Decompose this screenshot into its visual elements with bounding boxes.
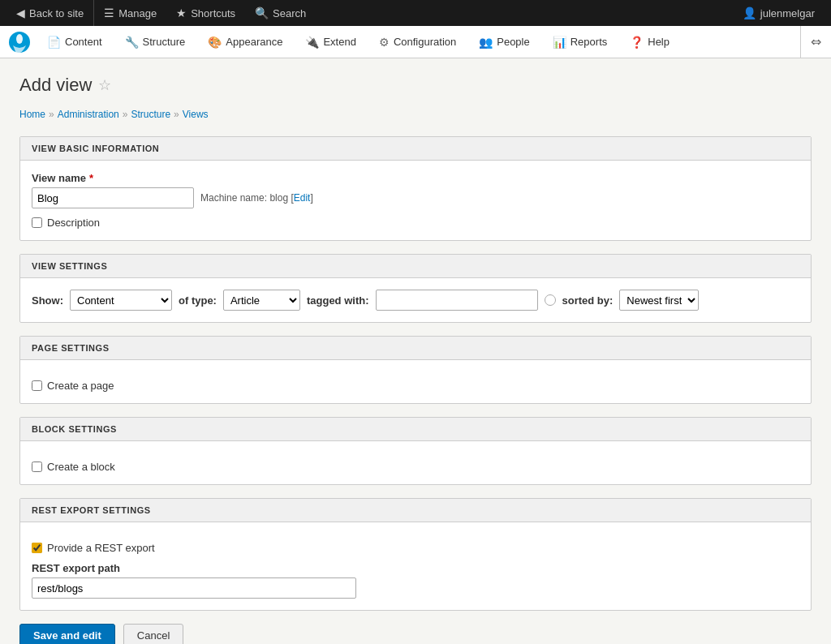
back-icon: ◀ <box>16 6 25 19</box>
view-settings-body: Show: Content Taxonomy terms Users Comme… <box>20 278 811 322</box>
back-to-site-button[interactable]: ◀ Back to site <box>6 0 94 26</box>
search-button[interactable]: 🔍 Search <box>245 0 316 26</box>
create-page-label[interactable]: Create a page <box>47 380 114 392</box>
breadcrumb-administration[interactable]: Administration <box>58 109 119 120</box>
appearance-icon: 🎨 <box>208 36 222 49</box>
description-label[interactable]: Description <box>47 217 100 229</box>
breadcrumb-sep-2: » <box>123 109 128 120</box>
description-checkbox[interactable] <box>32 217 42 228</box>
of-type-label: of type: <box>179 294 217 307</box>
shortcuts-button[interactable]: ★ Shortcuts <box>166 0 245 26</box>
nav-items: 📄 Content 🔧 Structure 🎨 Appearance 🔌 Ext… <box>36 26 800 58</box>
description-checkbox-row: Description <box>32 217 799 229</box>
content-icon: 📄 <box>47 36 61 49</box>
page-settings-section: PAGE SETTINGS Create a page <box>19 336 812 404</box>
machine-name-edit-link[interactable]: Edit <box>294 192 311 204</box>
create-page-row: Create a page <box>32 380 799 392</box>
sorted-by-select[interactable]: Newest first Oldest first Title Author <box>619 290 699 311</box>
machine-name-display: Machine name: blog [Edit] <box>200 192 313 204</box>
block-settings-header: BLOCK SETTINGS <box>20 418 811 441</box>
main-nav: 📄 Content 🔧 Structure 🎨 Appearance 🔌 Ext… <box>0 26 831 58</box>
nav-structure[interactable]: 🔧 Structure <box>114 26 197 58</box>
tagged-with-input[interactable] <box>376 290 538 311</box>
tagged-with-label: tagged with: <box>307 294 369 307</box>
tagged-radio[interactable] <box>545 294 556 306</box>
search-icon: 🔍 <box>255 6 269 19</box>
create-block-row: Create a block <box>32 461 799 473</box>
manage-button[interactable]: ☰ Manage <box>94 0 166 26</box>
page-content: Add view ☆ Home » Administration » Struc… <box>0 58 831 644</box>
of-type-select[interactable]: Article Basic page All <box>223 290 300 311</box>
svg-point-1 <box>16 34 23 44</box>
nav-reports[interactable]: 📊 Reports <box>541 26 619 58</box>
create-page-checkbox[interactable] <box>32 380 42 391</box>
bookmark-icon[interactable]: ☆ <box>98 76 111 94</box>
view-name-label: View name * <box>32 172 799 184</box>
people-icon: 👥 <box>479 36 493 49</box>
create-block-checkbox[interactable] <box>32 462 42 472</box>
breadcrumb-sep-3: » <box>174 109 179 120</box>
page-settings-header: PAGE SETTINGS <box>20 337 811 360</box>
show-select[interactable]: Content Taxonomy terms Users Comments <box>70 290 172 311</box>
sorted-by-label: sorted by: <box>562 294 614 307</box>
view-name-row: Machine name: blog [Edit] <box>32 187 799 208</box>
nav-appearance[interactable]: 🎨 Appearance <box>196 26 294 58</box>
help-icon: ❓ <box>630 36 644 49</box>
rest-path-input[interactable] <box>32 577 356 599</box>
nav-help[interactable]: ❓ Help <box>618 26 681 58</box>
show-label: Show: <box>32 294 63 307</box>
menu-icon: ☰ <box>104 6 114 19</box>
user-menu[interactable]: 👤 julenmelgar <box>733 0 825 26</box>
nav-extend[interactable]: 🔌 Extend <box>294 26 367 58</box>
required-star: * <box>89 172 93 184</box>
reports-icon: 📊 <box>553 36 566 49</box>
block-settings-section: BLOCK SETTINGS Create a block <box>19 417 812 485</box>
create-block-label[interactable]: Create a block <box>47 461 115 473</box>
cancel-button[interactable]: Cancel <box>123 624 183 644</box>
rest-export-body: Provide a REST export REST export path <box>20 522 811 610</box>
breadcrumb-views[interactable]: Views <box>183 109 209 120</box>
extend-icon: 🔌 <box>305 36 319 49</box>
admin-bar: ◀ Back to site ☰ Manage ★ Shortcuts 🔍 Se… <box>0 0 831 26</box>
rest-export-section: REST EXPORT SETTINGS Provide a REST expo… <box>19 498 812 611</box>
view-basic-info-section: VIEW BASIC INFORMATION View name * Machi… <box>19 136 812 241</box>
breadcrumb: Home » Administration » Structure » View… <box>19 109 812 120</box>
provide-rest-label[interactable]: Provide a REST export <box>47 542 155 554</box>
view-basic-info-header: VIEW BASIC INFORMATION <box>20 137 811 161</box>
view-settings-row: Show: Content Taxonomy terms Users Comme… <box>32 290 799 311</box>
provide-rest-row: Provide a REST export <box>32 542 799 554</box>
view-settings-header: VIEW SETTINGS <box>20 255 811 278</box>
breadcrumb-structure[interactable]: Structure <box>131 109 170 120</box>
page-title: Add view <box>19 75 92 96</box>
breadcrumb-home[interactable]: Home <box>19 109 45 120</box>
rest-export-header: REST EXPORT SETTINGS <box>20 499 811 522</box>
nav-people[interactable]: 👥 People <box>467 26 540 58</box>
user-icon: 👤 <box>743 6 756 19</box>
view-name-input[interactable] <box>32 187 194 208</box>
rest-path-label: REST export path <box>32 562 799 574</box>
provide-rest-checkbox[interactable] <box>32 543 42 553</box>
view-basic-info-body: View name * Machine name: blog [Edit] De… <box>20 161 811 240</box>
save-and-edit-button[interactable]: Save and edit <box>19 624 115 644</box>
page-title-row: Add view ☆ <box>19 75 812 96</box>
button-row: Save and edit Cancel <box>19 624 812 644</box>
nav-content[interactable]: 📄 Content <box>36 26 114 58</box>
page-settings-body: Create a page <box>20 360 811 403</box>
config-icon: ⚙ <box>379 36 390 49</box>
nav-expand-button[interactable]: ⇔ <box>800 26 831 58</box>
block-settings-body: Create a block <box>20 441 811 484</box>
drupal-logo[interactable] <box>6 29 32 55</box>
breadcrumb-sep-1: » <box>49 109 54 120</box>
view-settings-section: VIEW SETTINGS Show: Content Taxonomy ter… <box>19 254 812 323</box>
structure-icon: 🔧 <box>125 36 139 49</box>
star-icon: ★ <box>176 6 187 19</box>
nav-configuration[interactable]: ⚙ Configuration <box>368 26 467 58</box>
